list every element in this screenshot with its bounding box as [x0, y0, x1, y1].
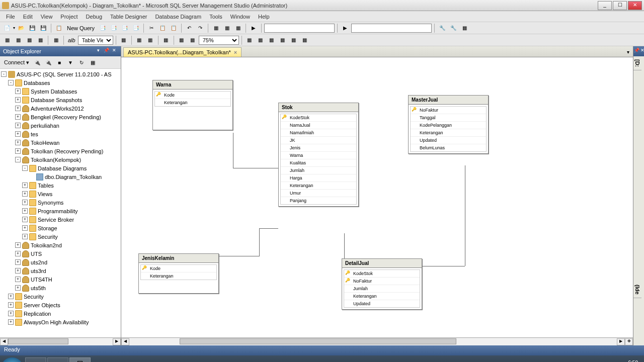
right-pane-pin-icon[interactable]: 📌 [634, 48, 639, 55]
tree-node[interactable]: +tes [0, 130, 121, 138]
tab-close-icon[interactable]: × [234, 49, 237, 55]
scroll-left-icon[interactable]: ◀ [121, 338, 129, 345]
tree-node[interactable]: +Views [0, 190, 121, 198]
tb-icon-3[interactable]: 📑 [120, 23, 130, 33]
system-tray[interactable]: ⚑ 🔋 6:50 13/12/2014 [592, 360, 642, 362]
close-button[interactable]: ✕ [628, 1, 642, 10]
table-column[interactable]: KodeStok [281, 114, 356, 122]
tree-node[interactable]: +Programmability [0, 207, 121, 215]
table-detailjual[interactable]: DetailJual KodeStokNoFakturJumlahKeteran… [342, 258, 422, 310]
expand-icon[interactable]: + [15, 131, 21, 137]
zoom-selector[interactable]: 75% [199, 36, 239, 45]
tabs-dropdown-icon[interactable]: ▾ [623, 47, 633, 57]
td-icon-13[interactable]: ▦ [256, 35, 266, 45]
minimize-button[interactable]: _ [598, 1, 612, 10]
tab-diagram[interactable]: ASUS-PC.TokoIkan(...Diagram_TokoIkan* × [123, 47, 242, 57]
paste-icon[interactable]: 📋 [169, 23, 179, 33]
properties-tab[interactable]: [D: [633, 56, 641, 70]
table-masterjual[interactable]: MasterJual NoFakturTanggalKodePelangganK… [408, 95, 489, 154]
table-column[interactable]: NamaJual [281, 122, 356, 129]
table-column[interactable]: Umur [281, 190, 356, 197]
table-column[interactable]: JK [281, 137, 356, 144]
table-column[interactable]: NoFaktur [344, 278, 420, 285]
table-column[interactable]: NamaIlmiah [281, 129, 356, 137]
expand-icon[interactable]: + [8, 311, 14, 316]
tree-node[interactable]: +Service Broker [0, 215, 121, 224]
table-column[interactable]: Harga [281, 174, 356, 182]
menu-debug[interactable]: Debug [82, 13, 106, 21]
menu-window[interactable]: Window [226, 13, 254, 21]
td-icon-2[interactable]: ▦ [13, 35, 23, 45]
td-icon-9[interactable]: ▦ [161, 35, 171, 45]
cut-icon[interactable]: ✂ [146, 23, 156, 33]
table-column[interactable]: KodeStok [344, 270, 420, 278]
table-column[interactable]: Jenis [281, 144, 356, 152]
connect-button[interactable]: Connect ▾ [2, 58, 31, 67]
table-column[interactable]: Kode [155, 92, 230, 99]
td-icon-1[interactable]: ▦ [2, 35, 12, 45]
expand-icon[interactable]: + [22, 217, 28, 222]
table-column[interactable]: Jumlah [344, 285, 420, 293]
expand-icon[interactable]: + [15, 251, 21, 256]
menu-help[interactable]: Help [254, 13, 274, 21]
new-project-icon[interactable]: 📄 [2, 23, 12, 33]
expand-icon[interactable]: + [15, 123, 21, 128]
expand-icon[interactable]: + [15, 242, 21, 248]
tree-node[interactable]: +Security [0, 232, 121, 241]
expand-icon[interactable]: + [22, 183, 28, 188]
tree-node[interactable]: +uts5th [0, 284, 121, 292]
tree-node[interactable]: +Storage [0, 224, 121, 232]
td-icon-14[interactable]: ▦ [267, 35, 277, 45]
expand-icon[interactable]: - [22, 165, 28, 171]
td-icon-5[interactable]: ▦ [51, 35, 61, 45]
tb-icon-8[interactable]: ▶ [340, 23, 350, 33]
canvas-hscroll[interactable]: ◀ ▶ ✥ [121, 337, 633, 345]
expand-icon[interactable]: + [15, 277, 21, 282]
expand-icon[interactable]: + [15, 268, 21, 274]
expand-icon[interactable]: + [8, 302, 14, 308]
tb-combo[interactable] [351, 24, 432, 33]
tree-node[interactable]: +uts3rd [0, 266, 121, 275]
expand-icon[interactable]: + [15, 106, 21, 111]
expand-icon[interactable]: + [15, 140, 21, 145]
menu-tools[interactable]: Tools [205, 13, 226, 21]
menu-project[interactable]: Project [56, 13, 82, 21]
table-column[interactable]: Panjang [281, 197, 356, 204]
expand-icon[interactable]: + [22, 208, 28, 214]
tree-node[interactable]: +UTS [0, 249, 121, 258]
menu-file[interactable]: File [2, 13, 19, 21]
table-column[interactable]: NoFaktur [411, 107, 486, 114]
tb-icon-2[interactable]: 📑 [109, 23, 119, 33]
table-view-selector[interactable]: Table View [78, 36, 113, 45]
tb-icon-9[interactable]: 🔧 [437, 23, 447, 33]
table-column[interactable]: Keterangan [281, 182, 356, 190]
expand-icon[interactable]: + [15, 259, 21, 265]
tb-icon-1[interactable]: 📑 [98, 23, 108, 33]
tb-icon-7[interactable]: ▦ [233, 23, 243, 33]
table-column[interactable]: Updated [344, 300, 420, 307]
scroll-left-icon[interactable]: ◀ [0, 338, 8, 345]
pan-icon[interactable]: ✥ [625, 338, 633, 345]
table-warna[interactable]: Warna KodeKeterangan [152, 80, 233, 130]
menu-database-diagram[interactable]: Database Diagram [151, 13, 205, 21]
tb-icon-10[interactable]: 🔧 [448, 23, 458, 33]
expand-icon[interactable]: + [15, 88, 21, 94]
save-icon[interactable]: 💾 [27, 23, 37, 33]
expand-icon[interactable]: + [8, 294, 14, 299]
td-icon-7[interactable]: ▦ [134, 35, 144, 45]
table-column[interactable]: Kualitas [281, 159, 356, 167]
conn-icon-3[interactable]: ■ [54, 57, 64, 67]
table-column[interactable]: Keterangan [344, 293, 420, 300]
save-all-icon[interactable]: 💾 [38, 23, 48, 33]
expand-icon[interactable]: + [22, 234, 28, 239]
conn-icon-4[interactable]: ▦ [88, 57, 98, 67]
td-icon-10[interactable]: ▦ [177, 35, 187, 45]
td-icon-4[interactable]: ▦ [35, 35, 45, 45]
tree-node[interactable]: +uts2nd [0, 258, 121, 266]
taskbar-firefox[interactable]: 🦊 [25, 357, 46, 362]
tree-node[interactable]: +Tables [0, 181, 121, 190]
new-query-icon[interactable]: 📋 [54, 23, 64, 33]
execute-icon[interactable]: ▶ [249, 23, 259, 33]
tree-hscroll[interactable]: ◀ ▶ [0, 337, 121, 345]
conn-icon-2[interactable]: 🔌 [43, 57, 53, 67]
